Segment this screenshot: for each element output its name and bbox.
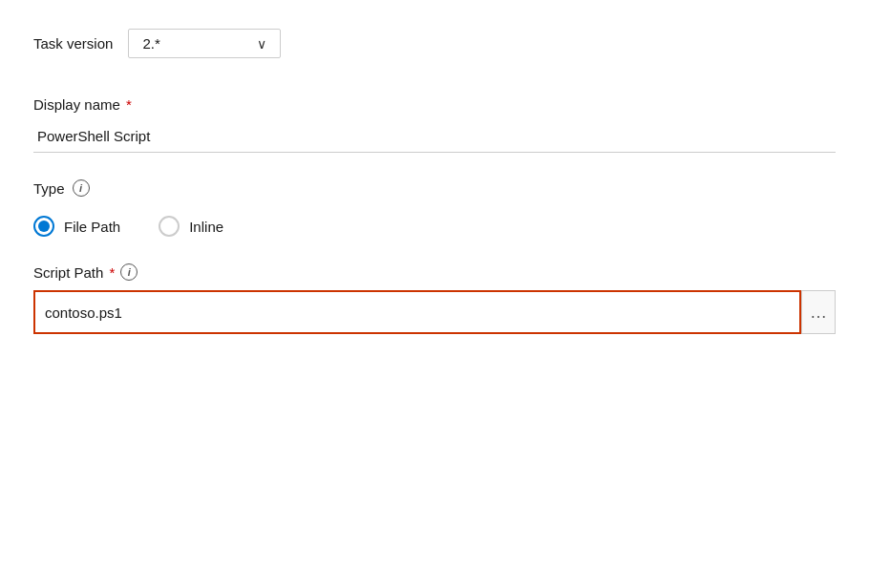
task-version-value: 2.* <box>142 35 159 52</box>
task-version-dropdown[interactable]: 2.* ∨ <box>128 29 281 58</box>
radio-inline-circle <box>159 216 180 237</box>
script-path-input-row: … <box>33 290 836 334</box>
type-info-icon[interactable]: i <box>73 179 90 197</box>
radio-file-path-circle <box>33 216 54 237</box>
display-name-label-row: Display name * <box>33 96 836 113</box>
radio-inline-label: Inline <box>189 219 223 235</box>
script-path-label-row: Script Path * i <box>33 263 836 281</box>
script-path-info-icon[interactable]: i <box>120 263 138 281</box>
browse-icon: … <box>810 303 827 323</box>
type-radio-group: File Path Inline <box>33 216 836 237</box>
script-path-required-star: * <box>109 264 115 281</box>
chevron-down-icon: ∨ <box>257 36 266 52</box>
type-label-row: Type i <box>33 179 836 197</box>
display-name-input[interactable] <box>33 120 836 153</box>
task-version-label: Task version <box>33 35 113 52</box>
radio-option-inline[interactable]: Inline <box>159 216 223 237</box>
script-path-input[interactable] <box>33 290 801 334</box>
display-name-section: Display name * <box>33 96 836 153</box>
type-label: Type <box>33 180 65 197</box>
script-path-label: Script Path <box>33 264 103 281</box>
type-section: Type i File Path Inline <box>33 179 836 237</box>
task-version-section: Task version 2.* ∨ <box>33 29 836 58</box>
display-name-label: Display name <box>33 96 120 113</box>
script-path-section: Script Path * i … <box>33 263 836 334</box>
radio-option-file-path[interactable]: File Path <box>33 216 120 237</box>
radio-file-path-label: File Path <box>64 219 120 235</box>
display-name-required-star: * <box>126 96 132 113</box>
radio-file-path-inner <box>38 220 50 232</box>
script-path-browse-button[interactable]: … <box>801 290 836 334</box>
